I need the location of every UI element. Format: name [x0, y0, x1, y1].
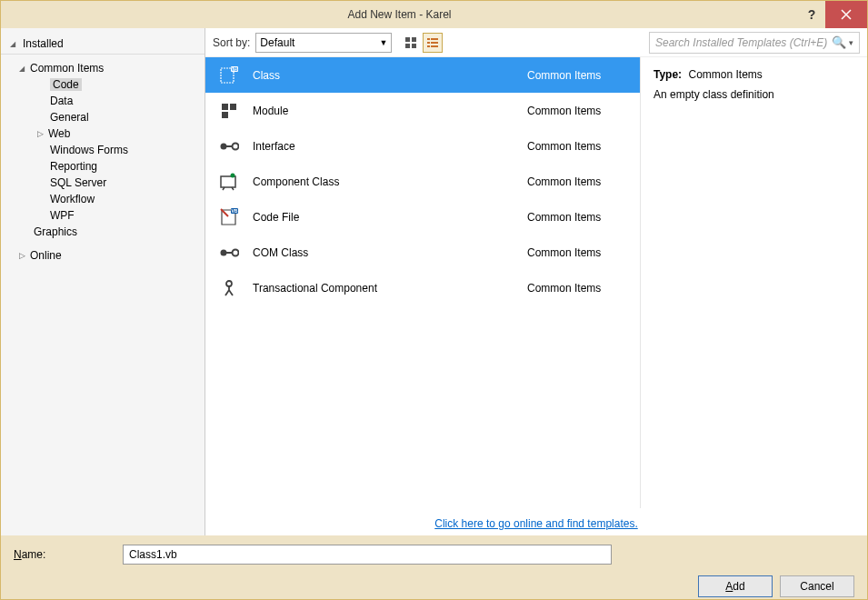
detail-type-value: Common Items: [688, 68, 762, 81]
sortby-value: Default: [260, 36, 294, 49]
sortby-dropdown[interactable]: Default ▼: [255, 33, 392, 53]
item-name: Component Class: [253, 175, 514, 188]
svg-point-25: [233, 249, 239, 255]
item-category: Common Items: [527, 140, 627, 153]
svg-rect-15: [222, 112, 228, 118]
help-button[interactable]: ?: [798, 1, 825, 28]
detail-description: An empty class definition: [653, 88, 854, 101]
item-category: Common Items: [527, 211, 627, 224]
list-icon: [426, 36, 439, 49]
item-category: Common Items: [527, 105, 627, 117]
sortby-label: Sort by:: [213, 36, 250, 49]
tree-item-online[interactable]: Online: [1, 247, 205, 264]
svg-point-20: [231, 173, 235, 177]
online-templates-link[interactable]: Click here to go online and find templat…: [434, 517, 637, 530]
tree-item-graphics[interactable]: Graphics: [1, 224, 205, 240]
tree-item-workflow[interactable]: Workflow: [1, 191, 205, 207]
svg-rect-3: [412, 44, 416, 48]
svg-point-16: [221, 143, 227, 149]
item-category: Common Items: [527, 282, 627, 295]
search-box[interactable]: 🔍 ▾: [649, 32, 860, 54]
template-list: VB Class Common Items Module Common Item…: [205, 57, 640, 508]
item-name: COM Class: [253, 246, 514, 259]
svg-rect-14: [230, 104, 236, 110]
svg-rect-2: [405, 44, 410, 48]
tree-item-data[interactable]: Data: [1, 93, 205, 109]
list-area: VB Class Common Items Module Common Item…: [205, 57, 867, 508]
class-icon: VB: [218, 65, 240, 86]
tree-label: Web: [48, 127, 70, 140]
filename-input[interactable]: [123, 545, 612, 565]
grid-icon: [404, 36, 417, 49]
sidebar-header-installed[interactable]: Installed: [1, 34, 205, 55]
add-button[interactable]: Add: [698, 575, 773, 597]
svg-rect-19: [221, 176, 235, 187]
module-icon: [218, 100, 240, 122]
svg-point-18: [233, 143, 239, 149]
list-item-transactional[interactable]: Transactional Component Common Items: [205, 270, 640, 305]
dropdown-icon[interactable]: ▾: [849, 38, 853, 47]
chevron-right-icon: [19, 251, 28, 260]
svg-rect-0: [405, 37, 410, 42]
online-link-row: Click here to go online and find templat…: [205, 508, 867, 535]
detail-type-row: Type: Common Items: [653, 68, 854, 81]
svg-rect-6: [427, 42, 430, 44]
svg-text:VB: VB: [232, 65, 238, 71]
svg-rect-8: [427, 45, 430, 47]
com-icon: [218, 242, 240, 264]
list-item-component-class[interactable]: Component Class Common Items: [205, 164, 640, 199]
svg-text:VB: VB: [232, 207, 238, 213]
tree-item-code[interactable]: Code: [1, 76, 205, 93]
svg-rect-7: [431, 42, 438, 44]
view-list-button[interactable]: [423, 33, 443, 53]
interface-icon: [218, 135, 240, 157]
window-title: Add New Item - Karel: [1, 8, 798, 21]
tree-item-common-items[interactable]: Common Items: [1, 60, 205, 76]
tree-label: WPF: [50, 209, 75, 222]
item-name: Class: [253, 69, 514, 82]
list-item-interface[interactable]: Interface Common Items: [205, 128, 640, 164]
tree-item-web[interactable]: Web: [1, 125, 205, 142]
view-grid-button[interactable]: [401, 33, 421, 53]
chevron-down-icon: [10, 39, 19, 48]
component-icon: [218, 171, 240, 193]
name-label: Name:: [14, 548, 114, 561]
search-icon[interactable]: 🔍: [832, 35, 846, 49]
svg-rect-1: [412, 37, 416, 42]
list-item-module[interactable]: Module Common Items: [205, 93, 640, 128]
chevron-right-icon: [37, 129, 46, 138]
detail-pane: Type: Common Items An empty class defini…: [640, 57, 867, 508]
close-button[interactable]: [825, 1, 867, 28]
chevron-down-icon: [19, 64, 28, 73]
tree-label: Online: [30, 249, 62, 262]
svg-rect-5: [431, 38, 438, 40]
tree-item-general[interactable]: General: [1, 109, 205, 125]
tree-item-reporting[interactable]: Reporting: [1, 158, 205, 175]
search-input[interactable]: [655, 36, 832, 49]
svg-rect-9: [431, 45, 438, 47]
tree-label: Workflow: [50, 193, 95, 205]
name-row: Name:: [14, 545, 854, 565]
cancel-button[interactable]: Cancel: [780, 575, 854, 597]
svg-point-23: [221, 249, 227, 255]
svg-point-26: [226, 281, 232, 286]
close-icon: [841, 9, 852, 20]
list-item-class[interactable]: VB Class Common Items: [205, 57, 640, 93]
transactional-icon: [218, 277, 240, 299]
main-panel: Sort by: Default ▼ 🔍 ▾: [205, 28, 867, 535]
sidebar: Installed Common Items Code Data General…: [1, 28, 205, 535]
detail-type-label: Type:: [653, 68, 682, 81]
view-buttons: [401, 33, 443, 53]
window-controls: ?: [798, 1, 867, 28]
tree-item-windows-forms[interactable]: Windows Forms: [1, 142, 205, 158]
tree-label: Graphics: [34, 225, 77, 238]
list-item-code-file[interactable]: VB Code File Common Items: [205, 199, 640, 235]
toolbar: Sort by: Default ▼ 🔍 ▾: [205, 28, 867, 57]
bottom-panel: Name: Add Cancel: [1, 535, 867, 600]
sidebar-tree: Common Items Code Data General Web Windo…: [1, 55, 205, 269]
tree-item-wpf[interactable]: WPF: [1, 207, 205, 224]
item-name: Interface: [253, 140, 514, 153]
list-item-com-class[interactable]: COM Class Common Items: [205, 235, 640, 270]
svg-rect-13: [222, 104, 228, 110]
tree-item-sql-server[interactable]: SQL Server: [1, 175, 205, 191]
